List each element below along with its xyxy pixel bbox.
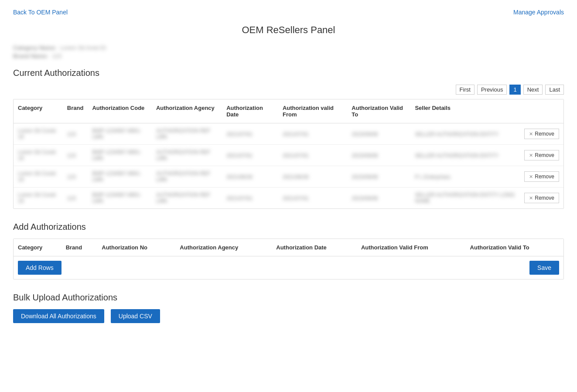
cell-valid-from: 2021/07/01 <box>278 145 347 166</box>
next-page-button[interactable]: Next <box>523 85 543 95</box>
current-auth-title: Current Authorizations <box>13 68 564 78</box>
add-col-date: Authorization Date <box>272 239 357 256</box>
col-auth-agency: Authorization Agency <box>152 99 222 123</box>
cell-date: 2021/06/30 <box>222 166 278 187</box>
cell-remove: ✕ Remove <box>520 166 563 187</box>
bulk-upload-section: Bulk Upload Authorizations Download All … <box>13 293 564 323</box>
add-auth-header-row: Category Brand Authorization No Authoriz… <box>14 239 563 256</box>
cell-auth-code: BWP-1234567-8901-LMN <box>88 145 152 166</box>
cell-valid-to: 2023/09/08 <box>347 187 410 209</box>
page-title: OEM ReSellers Panel <box>13 24 564 36</box>
cell-category: Lorem Sit Covid-19 <box>14 187 63 209</box>
cell-brand: 123 <box>63 187 88 209</box>
x-icon: ✕ <box>529 195 533 201</box>
manage-approvals-link[interactable]: Manage Approvals <box>513 9 564 16</box>
cell-auth-code: BWP-1234567-8901-LMN <box>88 166 152 187</box>
cell-category: Lorem Sit Covid-19 <box>14 123 63 145</box>
col-auth-valid-to: Authorization Valid To <box>347 99 410 123</box>
cell-agency: AUTHORIZATION REF LMN <box>152 123 222 145</box>
table-row: Lorem Sit Covid-19 123 BWP-1234567-8901-… <box>14 123 563 145</box>
add-rows-button[interactable]: Add Rows <box>18 261 61 275</box>
remove-button[interactable]: ✕ Remove <box>524 171 559 182</box>
add-col-brand: Brand <box>61 239 98 256</box>
col-auth-code: Authorization Code <box>88 99 152 123</box>
cell-date: 2021/07/01 <box>222 123 278 145</box>
last-page-button[interactable]: Last <box>545 85 564 95</box>
cell-remove: ✕ Remove <box>520 123 563 145</box>
col-auth-date: Authorization Date <box>222 99 278 123</box>
cell-date: 2021/07/01 <box>222 145 278 166</box>
col-seller-details: Seller Details <box>410 99 520 123</box>
x-icon: ✕ <box>529 153 533 158</box>
cell-brand: 123 <box>63 123 88 145</box>
remove-label: Remove <box>535 152 554 158</box>
bulk-buttons-row: Download All Authorizations Upload CSV <box>13 309 564 323</box>
table-row: Lorem Sit Covid-19 123 BWP-1234567-8901-… <box>14 187 563 209</box>
cell-seller: P L Enterprises <box>410 166 520 187</box>
col-auth-valid-from: Authorization valid From <box>278 99 347 123</box>
category-meta-row: Category Name: Lorem Sit Amet Et <box>13 44 564 51</box>
add-col-valid-to: Authorization Valid To <box>466 239 563 256</box>
cell-auth-code: BWP-1234567-8901-LMN <box>88 123 152 145</box>
cell-brand: 123 <box>63 166 88 187</box>
col-category: Category <box>14 99 63 123</box>
pagination: First Previous 1 Next Last <box>13 85 564 95</box>
table-row: Lorem Sit Covid-19 123 BWP-1234567-8901-… <box>14 145 563 166</box>
remove-label: Remove <box>535 195 554 201</box>
download-all-button[interactable]: Download All Authorizations <box>13 309 104 323</box>
cell-valid-from: 2021/07/01 <box>278 123 347 145</box>
cell-remove: ✕ Remove <box>520 145 563 166</box>
add-col-valid-from: Authorization Valid From <box>357 239 466 256</box>
cell-valid-to: 2023/09/08 <box>347 166 410 187</box>
previous-page-button[interactable]: Previous <box>477 85 507 95</box>
top-navigation: Back To OEM Panel Manage Approvals <box>13 9 564 16</box>
cell-valid-from: 2021/07/01 <box>278 187 347 209</box>
cell-agency: AUTHORIZATION REF LMN <box>152 166 222 187</box>
cell-auth-code: BWP-1234567-8901-LMN <box>88 187 152 209</box>
cell-seller: SELLER AUTHORIZATION ENTITY <box>410 145 520 166</box>
current-page-button[interactable]: 1 <box>509 85 520 95</box>
cell-valid-to: 2023/09/08 <box>347 123 410 145</box>
add-auth-title: Add Authorizations <box>13 222 564 232</box>
cell-date: 2021/07/01 <box>222 187 278 209</box>
category-name-value: Lorem Sit Amet Et <box>60 44 106 51</box>
add-auth-table-container: Category Brand Authorization No Authoriz… <box>13 239 564 280</box>
remove-button[interactable]: ✕ Remove <box>524 129 559 139</box>
brand-meta-row: Brand Name: 123 <box>13 53 564 59</box>
brand-name-value: 123 <box>52 53 62 59</box>
remove-button[interactable]: ✕ Remove <box>524 150 559 160</box>
add-col-auth-no: Authorization No <box>97 239 175 256</box>
x-icon: ✕ <box>529 174 533 180</box>
remove-label: Remove <box>535 174 554 180</box>
cell-valid-to: 2023/09/08 <box>347 145 410 166</box>
remove-button[interactable]: ✕ Remove <box>524 193 559 203</box>
add-auth-action-row: Add Rows Save <box>14 256 563 279</box>
cell-seller: SELLER AUTHORIZATION ENTITY <box>410 123 520 145</box>
x-icon: ✕ <box>529 131 533 137</box>
first-page-button[interactable]: First <box>456 85 475 95</box>
cell-category: Lorem Sit Covid-19 <box>14 145 63 166</box>
cell-agency: AUTHORIZATION REF LMN <box>152 187 222 209</box>
current-auth-header-row: Category Brand Authorization Code Author… <box>14 99 563 123</box>
remove-label: Remove <box>535 131 554 137</box>
cell-remove: ✕ Remove <box>520 187 563 209</box>
cell-valid-from: 2021/06/30 <box>278 166 347 187</box>
current-auth-table: Category Brand Authorization Code Author… <box>14 99 563 208</box>
add-col-agency: Authorization Agency <box>175 239 272 256</box>
meta-info: Category Name: Lorem Sit Amet Et Brand N… <box>13 44 564 59</box>
add-col-category: Category <box>14 239 61 256</box>
add-auth-table: Category Brand Authorization No Authoriz… <box>14 239 563 256</box>
brand-name-label: Brand Name: <box>13 53 48 59</box>
cell-category: Lorem Sit Covid-19 <box>14 166 63 187</box>
col-actions <box>520 99 563 123</box>
current-auth-table-container: Category Brand Authorization Code Author… <box>13 99 564 209</box>
bulk-upload-title: Bulk Upload Authorizations <box>13 293 564 303</box>
col-brand: Brand <box>63 99 88 123</box>
back-to-oem-link[interactable]: Back To OEM Panel <box>13 9 68 16</box>
cell-agency: AUTHORIZATION REF LMN <box>152 145 222 166</box>
table-row: Lorem Sit Covid-19 123 BWP-1234567-8901-… <box>14 166 563 187</box>
save-button[interactable]: Save <box>529 261 559 275</box>
category-name-label: Category Name: <box>13 44 57 51</box>
cell-brand: 123 <box>63 145 88 166</box>
upload-csv-button[interactable]: Upload CSV <box>111 309 160 323</box>
